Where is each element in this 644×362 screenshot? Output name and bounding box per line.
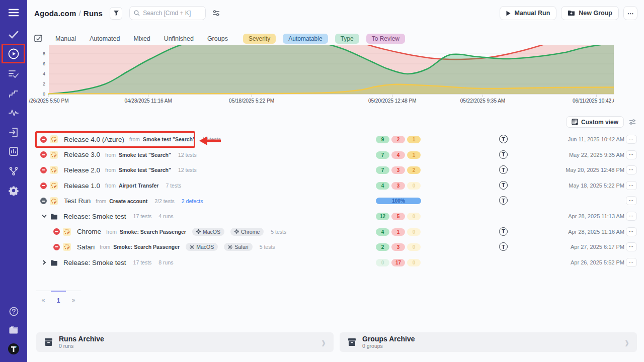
groups-archive-card[interactable]: Groups Archive 0 groups › [340, 332, 637, 352]
tab-mixed[interactable]: Mixed [133, 35, 150, 42]
analytics-icon[interactable] [0, 144, 27, 159]
filter-chip-to-review[interactable]: To Review [366, 34, 405, 44]
run-name[interactable]: Release 4.0 (Azure) [64, 136, 124, 143]
testomat-logo-icon[interactable] [0, 341, 27, 356]
group-name[interactable]: Release: Smoke test [63, 213, 126, 220]
header-more-button[interactable]: ⋯ [623, 6, 637, 20]
chevron-down-icon[interactable] [41, 213, 47, 219]
run-row[interactable]: Test RunfromCreate account2/2 tests2 def… [27, 193, 644, 209]
chevron-right-icon: › [625, 334, 629, 350]
run-row[interactable]: SafarifromSmoke: Search PassengerMacOSSa… [27, 239, 644, 255]
group-tests-count: 17 tests [133, 259, 152, 265]
row-more-button[interactable]: ⋯ [626, 150, 637, 159]
row-more-button[interactable]: ⋯ [626, 212, 637, 221]
runs-trend-chart[interactable]: 02468/26/2025 5:50 PM04/28/2025 11:16 AM… [27, 45, 614, 107]
group-row[interactable]: Release: Smoke test17 tests4 runs1250Apr… [27, 209, 644, 224]
group-row[interactable]: Release: Smoke test17 tests8 runs0170Apr… [27, 255, 644, 270]
run-name[interactable]: Release 3.0 [64, 151, 100, 158]
tab-automated[interactable]: Automated [90, 35, 120, 42]
settings-gear-icon[interactable] [0, 183, 27, 198]
run-source: Airport Transfer [119, 183, 158, 189]
row-more-button[interactable]: ⋯ [626, 227, 637, 236]
manual-run-button[interactable]: Manual Run [500, 6, 556, 20]
runs-archive-card[interactable]: Runs Archive 0 runs › [36, 332, 334, 352]
pagination-page-1[interactable]: 1 [51, 291, 66, 304]
filter-chip-type[interactable]: Type [335, 34, 359, 44]
pulse-icon[interactable] [0, 105, 27, 120]
badge-pass: 4 [376, 228, 389, 236]
tab-unfinished[interactable]: Unfinished [164, 35, 194, 42]
badge-skip-faded: 0 [407, 259, 421, 266]
search-input[interactable] [143, 10, 198, 17]
defects-link[interactable]: 2 defects [182, 198, 203, 204]
run-source: Smoke test "Search" [119, 152, 171, 158]
view-settings-icon[interactable] [629, 119, 636, 125]
row-more-button[interactable]: ⋯ [626, 242, 637, 251]
results-list-icon[interactable] [0, 66, 27, 81]
in-progress-spinner-icon [50, 197, 58, 205]
new-group-label: New Group [579, 10, 612, 17]
run-row[interactable]: Release 4.0 (Azure)fromSmoke test "Searc… [27, 132, 644, 147]
branch-icon[interactable] [0, 163, 27, 178]
tab-manual[interactable]: Manual [55, 35, 76, 42]
row-more-button[interactable]: ⋯ [626, 165, 637, 174]
row-more-button[interactable]: ⋯ [626, 196, 637, 205]
badge-skip-faded: 0 [407, 228, 421, 236]
row-more-button[interactable]: ⋯ [626, 135, 637, 144]
filter-chip-severity[interactable]: Severity [243, 34, 276, 44]
run-row[interactable]: Release 2.0fromSmoke test "Search"12 tes… [27, 162, 644, 178]
badge-skip: 1 [407, 136, 421, 143]
run-row[interactable]: Release 3.0fromSmoke test "Search"12 tes… [27, 147, 644, 163]
row-more-button[interactable]: ⋯ [626, 181, 637, 190]
svg-text:0: 0 [43, 92, 45, 97]
from-label: from [105, 167, 116, 173]
help-icon[interactable] [0, 304, 27, 319]
menu-icon[interactable] [0, 5, 27, 20]
badge-fail: 3 [391, 166, 405, 174]
badge-pass-faded: 0 [376, 259, 389, 266]
steps-icon[interactable] [0, 86, 27, 101]
run-source: Smoke: Search Passenger [120, 229, 186, 235]
sliders-icon[interactable] [212, 10, 220, 17]
tab-groups[interactable]: Groups [207, 35, 228, 42]
run-date: Apr 28, 2025 11:16 AM [568, 229, 624, 235]
custom-view-button[interactable]: Custom view [566, 116, 624, 128]
survey-icon[interactable] [34, 34, 43, 43]
breadcrumb-project[interactable]: Agoda.com [34, 9, 76, 18]
group-tests-count: 17 tests [133, 213, 152, 219]
svg-text:05/18/2025 5:22 PM: 05/18/2025 5:22 PM [229, 98, 274, 104]
svg-text:05/22/2025 9:35 AM: 05/22/2025 9:35 AM [460, 98, 506, 104]
filter-button[interactable] [110, 7, 122, 20]
row-more-button[interactable]: ⋯ [626, 258, 637, 267]
result-badges: 732 [376, 166, 421, 174]
filter-chip-automatable[interactable]: Automatable [283, 34, 328, 44]
tests-count: 12 tests [178, 167, 197, 173]
tasks-check-icon[interactable] [0, 27, 27, 42]
run-name[interactable]: Release 1.0 [64, 182, 100, 190]
pagination-next[interactable]: » [66, 291, 81, 304]
new-group-button[interactable]: New Group [561, 6, 619, 20]
env-tag: MacOS [192, 228, 224, 236]
run-row[interactable]: Release 1.0fromAirport Transfer7 tests43… [27, 178, 644, 194]
run-name[interactable]: Chrome [77, 228, 101, 235]
import-icon[interactable] [0, 125, 27, 140]
tests-count: 12 tests [202, 136, 221, 142]
svg-text:2: 2 [43, 81, 45, 86]
chevron-right-icon[interactable] [41, 259, 47, 265]
run-name[interactable]: Test Run [64, 197, 91, 205]
archive-subtitle: 0 groups [362, 343, 415, 349]
run-name[interactable]: Safari [77, 243, 95, 251]
runs-play-icon[interactable] [0, 46, 27, 61]
pagination-prev[interactable]: « [36, 291, 51, 304]
badge-skip-faded: 0 [407, 243, 421, 251]
archives: Runs Archive 0 runs › Groups Archive 0 g… [36, 332, 637, 352]
header-actions: Manual Run New Group ⋯ [500, 6, 637, 20]
badge-skip-faded: 0 [407, 182, 421, 190]
group-name[interactable]: Release: Smoke test [63, 259, 126, 266]
projects-folder-icon[interactable] [0, 322, 27, 337]
badge-skip-faded: 0 [407, 213, 421, 220]
run-source: Smoke test "Search" [119, 167, 171, 173]
badge-pass: 2 [376, 243, 389, 251]
run-row[interactable]: ChromefromSmoke: Search PassengerMacOSCh… [27, 224, 644, 240]
run-name[interactable]: Release 2.0 [64, 166, 100, 174]
